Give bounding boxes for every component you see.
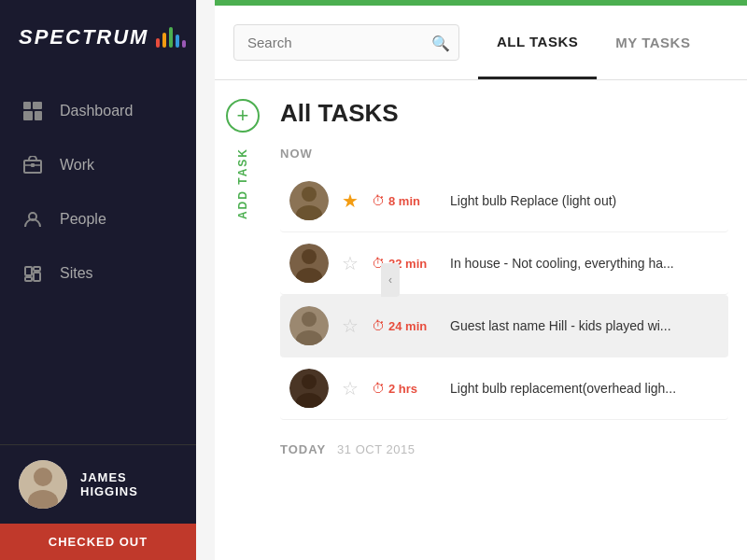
task-avatar xyxy=(289,181,329,220)
add-task-sidebar: + ADD TASK xyxy=(215,80,271,219)
svg-rect-1 xyxy=(33,102,42,109)
sidebar-item-label: Dashboard xyxy=(60,103,133,119)
tab-all-tasks[interactable]: ALL TASKS xyxy=(478,6,597,79)
today-label: TODAY xyxy=(280,442,326,456)
sidebar-item-sites[interactable]: Sites xyxy=(0,246,196,301)
today-header: TODAY 31 OCT 2015 xyxy=(280,442,728,466)
tabs: ALL TASKS MY TASKS xyxy=(478,6,709,79)
svg-rect-10 xyxy=(34,273,40,281)
star-empty-icon[interactable]: ☆ xyxy=(342,315,359,337)
task-row[interactable]: ☆ ⏱ 24 min Guest last name Hill - kids p… xyxy=(280,295,728,357)
today-section: TODAY 31 OCT 2015 xyxy=(280,442,728,466)
task-time: 8 min xyxy=(388,194,420,208)
svg-point-12 xyxy=(34,468,52,486)
task-description: Light bulb Replace (light out) xyxy=(450,193,719,208)
star-empty-icon[interactable]: ☆ xyxy=(342,252,359,274)
clock-icon: ⏱ xyxy=(372,318,385,333)
chevron-left-icon: ‹ xyxy=(388,273,392,287)
task-row[interactable]: ★ ⏱ 8 min Light bulb Replace (light out) xyxy=(280,170,728,232)
task-avatar xyxy=(289,244,329,283)
add-task-button[interactable]: + xyxy=(226,99,260,133)
topbar: 🔍 ALL TASKS MY TASKS xyxy=(215,6,747,80)
sidebar-item-label: Sites xyxy=(60,265,93,282)
logo-area: SPECTRUM xyxy=(0,0,196,75)
section-now: NOW xyxy=(280,147,728,161)
svg-rect-0 xyxy=(23,102,31,109)
sidebar-item-work[interactable]: Work xyxy=(0,138,196,192)
user-name-block: JAMES HIGGINS xyxy=(80,470,138,498)
task-row[interactable]: ☆ ⏱ 2 hrs Light bulb replacement(overhea… xyxy=(280,357,728,420)
tab-my-tasks[interactable]: MY TASKS xyxy=(597,6,709,79)
search-container: 🔍 xyxy=(233,24,459,61)
main-content: 🔍 ALL TASKS MY TASKS + ADD TASK All TASK… xyxy=(215,0,747,560)
app-name: SPECTRUM xyxy=(19,25,148,49)
task-description: Guest last name Hill - kids played wi... xyxy=(450,318,719,333)
today-date: 31 OCT 2015 xyxy=(337,442,415,456)
task-time: 2 hrs xyxy=(388,382,417,396)
user-profile: JAMES HIGGINS xyxy=(0,445,196,524)
sidebar-collapse-button[interactable]: ‹ xyxy=(381,263,400,297)
task-row[interactable]: ☆ ⏱ 22 min In house - Not cooling, every… xyxy=(280,232,728,295)
work-icon xyxy=(22,155,43,175)
svg-rect-8 xyxy=(25,277,32,281)
svg-rect-3 xyxy=(35,111,42,120)
people-icon xyxy=(22,209,43,230)
task-avatar xyxy=(289,306,329,345)
sidebar-item-dashboard[interactable]: Dashboard xyxy=(0,84,196,138)
tasks-panel: All TASKS NOW ★ ⏱ 8 min xyxy=(271,80,747,494)
star-filled-icon[interactable]: ★ xyxy=(342,189,359,212)
svg-rect-9 xyxy=(34,267,40,271)
dashboard-icon xyxy=(22,101,43,121)
svg-point-21 xyxy=(302,312,317,327)
content-area: + ADD TASK All TASKS NOW ★ xyxy=(215,80,747,560)
sidebar-item-label: Work xyxy=(60,157,94,174)
search-input[interactable] xyxy=(233,24,459,61)
checked-out-button[interactable]: CHECKED OUT xyxy=(0,524,196,560)
sidebar: SPECTRUM Dashboard xyxy=(0,0,196,560)
svg-point-15 xyxy=(302,187,317,202)
task-avatar xyxy=(289,369,329,408)
svg-rect-5 xyxy=(31,163,35,167)
task-time: 24 min xyxy=(388,319,427,333)
time-badge: ⏱ 2 hrs xyxy=(372,381,437,396)
svg-point-18 xyxy=(302,249,317,264)
add-task-label[interactable]: ADD TASK xyxy=(236,147,249,219)
user-name: JAMES HIGGINS xyxy=(80,470,138,498)
svg-rect-7 xyxy=(25,267,32,275)
page-title: All TASKS xyxy=(280,99,728,128)
task-description: In house - Not cooling, everything ha... xyxy=(450,256,719,271)
time-badge: ⏱ 8 min xyxy=(372,193,437,208)
logo-bars xyxy=(156,27,186,48)
search-icon: 🔍 xyxy=(431,34,450,51)
svg-point-24 xyxy=(302,374,317,389)
avatar xyxy=(19,460,67,509)
sidebar-bottom: JAMES HIGGINS CHECKED OUT xyxy=(0,444,196,560)
sites-icon xyxy=(22,263,43,284)
nav-items: Dashboard Work People xyxy=(0,75,196,444)
add-task-area: + ADD TASK All TASKS NOW ★ xyxy=(215,80,747,494)
task-description: Light bulb replacement(overhead ligh... xyxy=(450,381,719,396)
star-empty-icon[interactable]: ☆ xyxy=(342,377,359,399)
clock-icon: ⏱ xyxy=(372,193,385,208)
svg-rect-2 xyxy=(23,111,33,120)
time-badge: ⏱ 24 min xyxy=(372,318,437,333)
sidebar-item-people[interactable]: People xyxy=(0,192,196,246)
sidebar-item-label: People xyxy=(60,211,106,228)
clock-icon: ⏱ xyxy=(372,381,385,396)
